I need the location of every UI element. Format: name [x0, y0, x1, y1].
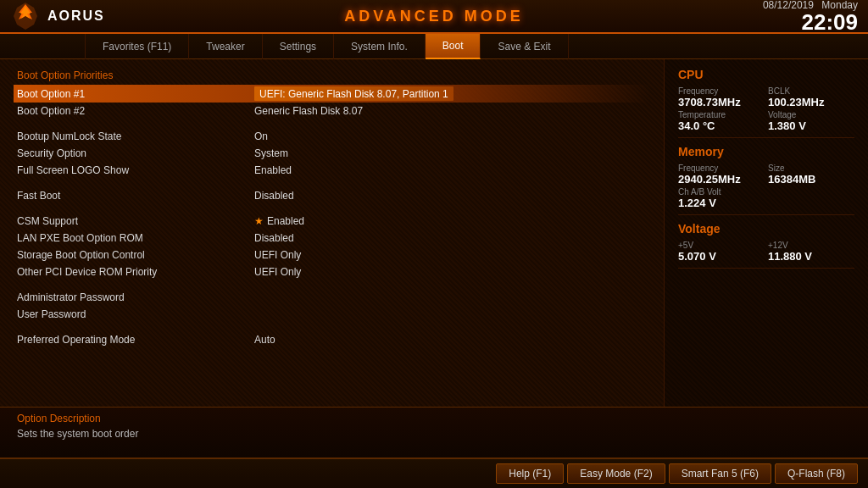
- setting-label-numlock: Bootup NumLock State: [17, 130, 254, 142]
- info-cell-label-voltage-1: +12V: [768, 241, 854, 250]
- setting-row-fastboot[interactable]: Fast BootDisabled: [17, 187, 647, 204]
- info-grid-cpu: Frequency3708.73MHzBCLK100.23MHzTemperat…: [678, 86, 854, 132]
- info-cell-label-cpu-2: Temperature: [678, 110, 765, 119]
- setting-label-boot2: Boot Option #2: [17, 105, 254, 117]
- setting-label-otherpci: Other PCI Device ROM Priority: [17, 266, 254, 278]
- setting-value-fastboot: Disabled: [254, 190, 294, 202]
- nav-tab-boot[interactable]: Boot: [426, 34, 481, 59]
- info-cell-value-cpu-2: 34.0 °C: [678, 119, 765, 132]
- info-cell-memory-1: Size16384MB: [768, 164, 854, 186]
- spacer-spacer4: [17, 280, 647, 289]
- description-panel: Option Description Sets the system boot …: [0, 407, 868, 458]
- settings-panel: Boot Option Priorities Boot Option #1UEF…: [0, 59, 665, 407]
- setting-label-csm: CSM Support: [17, 215, 254, 227]
- setting-label-fastboot: Fast Boot: [17, 190, 254, 202]
- info-cell-value-memory-1: 16384MB: [768, 173, 854, 186]
- setting-value-boot2: Generic Flash Disk 8.07: [254, 105, 363, 117]
- spacer-spacer2: [17, 179, 647, 187]
- time-display: 22:09: [763, 11, 858, 33]
- boot-options-section-title: Boot Option Priorities: [17, 69, 647, 81]
- description-title: Option Description: [17, 413, 851, 424]
- info-section-title-voltage: Voltage: [678, 222, 854, 236]
- info-section-title-memory: Memory: [678, 145, 854, 158]
- info-cell-cpu-0: Frequency3708.73MHz: [678, 86, 765, 108]
- info-cell-voltage-1: +12V11.880 V: [768, 241, 854, 263]
- setting-row-csm[interactable]: CSM Support★ Enabled: [17, 213, 647, 230]
- setting-row-boot1[interactable]: Boot Option #1UEFI: Generic Flash Disk 8…: [14, 85, 650, 103]
- info-divider-memory: [678, 214, 854, 215]
- setting-row-boot2[interactable]: Boot Option #2Generic Flash Disk 8.07: [17, 103, 647, 119]
- logo-text: AORUS: [47, 8, 105, 24]
- info-grid-memory: Frequency2940.25MHzSize16384MBCh A/B Vol…: [678, 164, 854, 209]
- info-cell-memory-2: Ch A/B Volt1.224 V: [678, 187, 765, 209]
- setting-label-lanpxe: LAN PXE Boot Option ROM: [17, 232, 254, 244]
- info-cell-value-memory-2: 1.224 V: [678, 197, 765, 209]
- setting-row-prefmode[interactable]: Preferred Operating ModeAuto: [17, 331, 647, 348]
- info-grid-voltage: +5V5.070 V+12V11.880 V: [678, 241, 854, 263]
- nav-tab-tweaker[interactable]: Tweaker: [189, 34, 262, 59]
- setting-value-boot1: UEFI: Generic Flash Disk 8.07, Partition…: [259, 88, 448, 100]
- nav-tab-sysinfo[interactable]: System Info.: [334, 34, 426, 59]
- star-icon-csm: ★: [254, 215, 264, 227]
- setting-row-userpwd[interactable]: User Password: [17, 306, 647, 323]
- info-divider-cpu: [678, 137, 854, 138]
- setting-value-csm: Enabled: [267, 215, 304, 227]
- nav-tab-favorites[interactable]: Favorites (F11): [85, 34, 189, 59]
- action-btn-help[interactable]: Help (F1): [496, 463, 564, 484]
- info-cell-label-cpu-0: Frequency: [678, 86, 765, 96]
- setting-value-bar-boot1: UEFI: Generic Flash Disk 8.07, Partition…: [254, 86, 453, 101]
- info-cell-memory-0: Frequency2940.25MHz: [678, 164, 765, 186]
- info-cell-label-cpu-3: Voltage: [768, 110, 854, 119]
- main-container: AORUS ADVANCED MODE 08/12/2019 Monday 22…: [0, 0, 868, 488]
- setting-value-otherpci: UEFI Only: [254, 266, 301, 278]
- info-cell-cpu-2: Temperature34.0 °C: [678, 110, 765, 132]
- setting-row-lanpxe[interactable]: LAN PXE Boot Option ROMDisabled: [17, 230, 647, 247]
- setting-label-logo: Full Screen LOGO Show: [17, 164, 254, 176]
- setting-value-logo: Enabled: [254, 164, 292, 176]
- setting-row-otherpci[interactable]: Other PCI Device ROM PriorityUEFI Only: [17, 263, 647, 280]
- logo-area: AORUS: [10, 1, 105, 31]
- nav-tab-settings[interactable]: Settings: [263, 34, 334, 59]
- setting-value-storageboot: UEFI Only: [254, 249, 301, 261]
- action-btn-easymode[interactable]: Easy Mode (F2): [567, 463, 665, 484]
- setting-row-security[interactable]: Security OptionSystem: [17, 145, 647, 162]
- setting-row-logo[interactable]: Full Screen LOGO ShowEnabled: [17, 162, 647, 179]
- setting-row-storageboot[interactable]: Storage Boot Option ControlUEFI Only: [17, 247, 647, 263]
- nav-tab-saveexit[interactable]: Save & Exit: [481, 34, 568, 59]
- spacer-spacer1: [17, 119, 647, 128]
- info-cell-value-voltage-0: 5.070 V: [678, 250, 765, 263]
- setting-row-numlock[interactable]: Bootup NumLock StateOn: [17, 128, 647, 145]
- setting-label-storageboot: Storage Boot Option Control: [17, 249, 254, 261]
- setting-value-security: System: [254, 147, 288, 159]
- info-cell-label-memory-2: Ch A/B Volt: [678, 187, 765, 197]
- info-cell-value-cpu-0: 3708.73MHz: [678, 96, 765, 108]
- spacer-spacer3: [17, 204, 647, 213]
- aorus-logo-icon: [10, 1, 41, 31]
- info-cell-cpu-3: Voltage1.380 V: [768, 110, 854, 132]
- info-cell-value-cpu-1: 100.23MHz: [768, 96, 854, 108]
- info-divider-voltage: [678, 268, 854, 269]
- setting-value-numlock: On: [254, 130, 268, 142]
- title-area: ADVANCED MODE: [344, 8, 524, 25]
- action-btn-qflash[interactable]: Q-Flash (F8): [775, 463, 858, 484]
- info-cell-value-cpu-3: 1.380 V: [768, 119, 854, 132]
- info-cell-value-memory-0: 2940.25MHz: [678, 173, 765, 186]
- info-cell-label-voltage-0: +5V: [678, 241, 765, 250]
- setting-value-lanpxe: Disabled: [254, 232, 294, 244]
- action-btn-smartfan[interactable]: Smart Fan 5 (F6): [669, 463, 771, 484]
- nav-tabs: Favorites (F11)TweakerSettingsSystem Inf…: [0, 34, 868, 59]
- info-cell-label-cpu-1: BCLK: [768, 86, 854, 96]
- info-panel: CPUFrequency3708.73MHzBCLK100.23MHzTempe…: [665, 59, 868, 407]
- setting-label-userpwd: User Password: [17, 308, 254, 320]
- action-bar: Help (F1)Easy Mode (F2)Smart Fan 5 (F6)Q…: [0, 458, 868, 488]
- info-cell-label-memory-1: Size: [768, 164, 854, 173]
- info-section-title-cpu: CPU: [678, 68, 854, 81]
- setting-value-prefmode: Auto: [254, 334, 275, 346]
- content-area: Boot Option Priorities Boot Option #1UEF…: [0, 59, 868, 407]
- info-cell-value-voltage-1: 11.880 V: [768, 250, 854, 263]
- description-text: Sets the system boot order: [17, 428, 851, 440]
- top-bar: AORUS ADVANCED MODE 08/12/2019 Monday 22…: [0, 0, 868, 34]
- spacer-spacer5: [17, 323, 647, 331]
- setting-row-adminpwd[interactable]: Administrator Password: [17, 289, 647, 306]
- datetime-area: 08/12/2019 Monday 22:09: [763, 0, 858, 33]
